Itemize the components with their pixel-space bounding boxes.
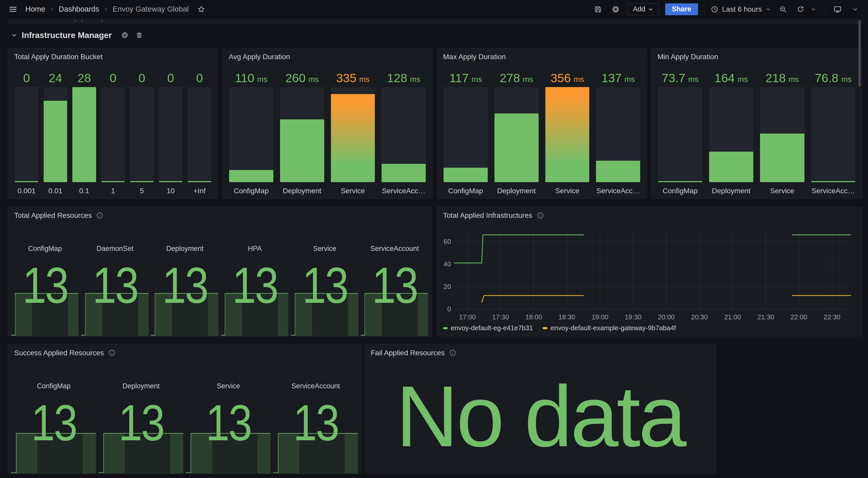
bar-column-Service: 356msService: [545, 67, 590, 195]
bar-value: 218ms: [766, 67, 799, 87]
stat-label: DaemonSet: [80, 245, 150, 253]
panel-total-applied-resources: Total Applied Resources ConfigMap13Daemo…: [8, 207, 432, 336]
bar-column-Service: 335msService: [331, 67, 375, 195]
refresh-button[interactable]: [795, 4, 806, 15]
bar-value: 335ms: [336, 67, 369, 87]
bar-value: 260ms: [285, 67, 318, 87]
panel-total-apply-duration-bucket: Total Apply Duration Bucket 00.001240.01…: [8, 48, 218, 199]
svg-text:0: 0: [447, 305, 451, 313]
stat-sparkline: [81, 291, 149, 336]
panel-title[interactable]: Success Applied Resources: [14, 349, 104, 357]
bar-track: [72, 87, 96, 182]
bar-value: 24: [49, 67, 62, 87]
panel-avg-apply-duration: Avg Apply Duration 110msConfigMap260msDe…: [222, 48, 433, 199]
bar-track: [545, 87, 590, 182]
bar-column-Deployment: 278msDeployment: [494, 67, 538, 195]
dashboard-settings-button[interactable]: [610, 4, 621, 15]
stat-Deployment: Deployment13: [97, 360, 185, 474]
scrollbar-thumb[interactable]: [859, 20, 861, 87]
bar-track: [188, 87, 211, 182]
stat-label: ConfigMap: [10, 382, 97, 390]
chevron-down-icon: [852, 6, 858, 12]
stat-sparkline: [221, 291, 289, 336]
stat-label: ServiceAccount: [360, 245, 430, 253]
bar-column-0.1: 280.1: [72, 67, 96, 195]
svg-text:19:00: 19:00: [592, 313, 609, 321]
bar-label: 0.1: [79, 187, 89, 195]
bar-label: Service: [555, 187, 579, 195]
panel-title[interactable]: Fail Applied Resources: [371, 349, 444, 357]
bar-column-+Inf: 0+Inf: [188, 67, 211, 195]
info-icon[interactable]: [449, 349, 457, 357]
bar-value: 0: [110, 67, 116, 87]
gear-icon: [121, 32, 128, 39]
stat-sparkline: [151, 291, 219, 336]
bar-column-ServiceAcc…: 76.8msServiceAcc…: [811, 67, 856, 195]
svg-text:21:00: 21:00: [724, 313, 741, 321]
bar-column-Deployment: 164msDeployment: [709, 67, 753, 195]
row-title[interactable]: Infrastructure Manager: [22, 30, 112, 40]
legend-item-envoy-default-eg-e41e7b31[interactable]: envoy-default-eg-e41e7b31: [443, 324, 533, 332]
panel-title[interactable]: Total Applied Resources: [14, 211, 92, 220]
panel-title[interactable]: Min Apply Duration: [657, 53, 718, 61]
favorite-star-button[interactable]: [195, 4, 207, 15]
info-icon[interactable]: [96, 212, 103, 219]
bar-value: 164ms: [715, 67, 748, 87]
bar-gauge-chart: 00.001240.01280.101050100+Inf: [15, 67, 211, 195]
stat-label: ConfigMap: [10, 245, 80, 253]
divider: [704, 4, 705, 14]
save-icon: [594, 5, 602, 13]
add-button-label: Add: [633, 5, 645, 13]
tv-kiosk-mode-button[interactable]: [832, 4, 843, 15]
stat-Service: Service13: [290, 222, 360, 336]
bar-column-ServiceAcc…: 128msServiceAcc…: [381, 67, 426, 195]
nav-more-dropdown[interactable]: [849, 4, 861, 15]
row-delete-button[interactable]: [134, 30, 145, 40]
stat-ConfigMap: ConfigMap13: [10, 360, 97, 474]
svg-text:21:30: 21:30: [757, 313, 774, 321]
bar-track: [280, 87, 324, 182]
bar-gauge-chart: 117msConfigMap278msDeployment356msServic…: [443, 67, 640, 195]
svg-text:60: 60: [443, 238, 451, 245]
bar-label: ConfigMap: [448, 187, 483, 195]
bar-track: [15, 87, 38, 182]
row-settings-button[interactable]: [120, 30, 130, 40]
chevron-down-icon[interactable]: [11, 32, 18, 38]
bar-track: [811, 87, 856, 182]
legend-item-envoy-default-example-gateway-9b7aba4f[interactable]: envoy-default-example-gateway-9b7aba4f: [543, 324, 676, 332]
add-button[interactable]: Add: [627, 3, 659, 15]
menu-toggle-button[interactable]: [7, 4, 19, 15]
stat-grid: ConfigMap13Deployment13Service13ServiceA…: [10, 360, 359, 474]
panel-total-applied-infrastructures: Total Applied Infrastructures 020406017:…: [437, 207, 862, 336]
svg-text:22:30: 22:30: [824, 313, 840, 321]
save-dashboard-button[interactable]: [592, 4, 604, 15]
panel-success-applied-resources: Success Applied Resources ConfigMap13Dep…: [8, 344, 362, 474]
breadcrumb-home[interactable]: Home: [25, 5, 45, 13]
bar-value: 0: [196, 67, 203, 87]
stat-label: HPA: [220, 245, 290, 253]
bar-value: 0: [167, 67, 174, 87]
info-icon[interactable]: [108, 349, 116, 357]
hamburger-icon: [9, 5, 17, 13]
bar-value: 28: [78, 67, 91, 87]
panel-title[interactable]: Total Apply Duration Bucket: [14, 53, 102, 61]
stat-HPA: HPA13: [220, 222, 290, 336]
bar-track: [443, 87, 488, 182]
refresh-interval-dropdown[interactable]: [808, 4, 819, 15]
zoom-out-time-button[interactable]: [777, 4, 789, 15]
row-header-infrastructure-manager: Infrastructure Manager: [11, 29, 145, 41]
bar-track: [101, 87, 125, 182]
bar-label: 0.01: [48, 187, 63, 195]
svg-text:18:30: 18:30: [559, 313, 575, 321]
bar-column-0.001: 00.001: [15, 67, 38, 195]
panel-title[interactable]: Max Apply Duration: [443, 53, 506, 61]
time-range-picker[interactable]: Last 6 hours: [711, 5, 771, 13]
bar-column-ConfigMap: 73.7msConfigMap: [658, 67, 703, 195]
bar-track: [760, 87, 804, 182]
bar-column-5: 05: [130, 67, 154, 195]
top-nav: Home Dashboards Envoy Gateway Global: [0, 0, 868, 19]
stat-sparkline: [11, 431, 96, 474]
panel-title[interactable]: Avg Apply Duration: [228, 53, 290, 61]
breadcrumb-dashboards[interactable]: Dashboards: [59, 5, 99, 13]
share-button[interactable]: Share: [665, 3, 698, 15]
